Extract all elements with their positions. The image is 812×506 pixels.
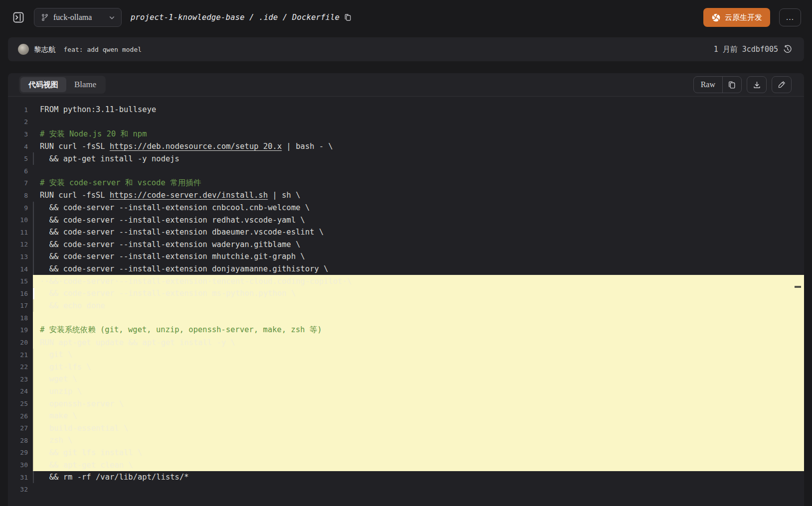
cloud-native-dev-button[interactable]: 云原生开发 <box>703 8 770 27</box>
code-line: 8RUN curl -fsSL https://code-server.dev/… <box>8 189 804 202</box>
line-content[interactable]: && code-server --install-extension mhutc… <box>33 251 804 263</box>
download-button[interactable] <box>747 76 767 93</box>
indent-guide <box>33 397 34 410</box>
line-number[interactable]: 12 <box>8 241 33 248</box>
commit-author[interactable]: 黎志航 <box>34 45 56 54</box>
line-number[interactable]: 2 <box>8 118 33 126</box>
line-content[interactable]: RUN curl -fsSL https://code-server.dev/i… <box>33 189 804 202</box>
line-content[interactable]: RUN apt-get update && apt-get install -y… <box>33 336 804 349</box>
line-number[interactable]: 26 <box>8 412 33 420</box>
line-number[interactable]: 1 <box>8 106 33 114</box>
line-content[interactable]: && apt-get clean \ <box>33 459 804 471</box>
line-content[interactable]: && git lfs install \ <box>33 447 804 459</box>
panel-toggle-icon[interactable] <box>12 11 25 24</box>
code-viewer[interactable]: 1FROM python:3.11-bullseye23# 安装 Node.js… <box>8 97 804 506</box>
top-bar: fuck-ollama project-1-knowledge-base / .… <box>0 0 812 35</box>
tab-code-view[interactable]: 代码视图 <box>20 77 66 92</box>
line-number[interactable]: 5 <box>8 155 33 162</box>
line-content[interactable] <box>33 165 804 177</box>
line-number[interactable]: 17 <box>8 302 33 309</box>
line-content[interactable] <box>33 312 804 324</box>
line-content[interactable]: # 安装 Node.js 20 和 npm <box>33 128 804 140</box>
code-text: RUN apt-get update && apt-get install -y… <box>40 338 235 347</box>
line-content[interactable]: unzip \ <box>33 385 804 398</box>
line-content[interactable]: && echo done <box>33 300 804 312</box>
line-content[interactable]: && code-server --install-extension ms-py… <box>33 287 804 300</box>
code-comment: # 安装 code-server 和 vscode 常用插件 <box>40 178 201 188</box>
copy-file-icon[interactable] <box>723 77 741 93</box>
line-number[interactable]: 24 <box>8 387 33 395</box>
line-number[interactable]: 25 <box>8 400 33 407</box>
line-number[interactable]: 32 <box>8 486 33 493</box>
line-number[interactable]: 19 <box>8 326 33 334</box>
line-content[interactable] <box>33 483 804 496</box>
history-icon[interactable] <box>783 45 792 54</box>
copy-path-icon[interactable] <box>344 13 352 21</box>
line-content[interactable]: openssh-server \ <box>33 397 804 410</box>
line-number[interactable]: 18 <box>8 314 33 322</box>
code-comment: # 安装 Node.js 20 和 npm <box>40 129 147 139</box>
line-number[interactable]: 14 <box>8 265 33 273</box>
line-number[interactable]: 27 <box>8 424 33 432</box>
line-content[interactable]: build-essential \ <box>33 422 804 434</box>
code-line: 10 && code-server --install-extension re… <box>8 214 804 226</box>
line-number[interactable]: 31 <box>8 474 33 481</box>
line-content[interactable]: git-lfs \ <box>33 361 804 373</box>
line-content[interactable]: ··&&·code-server·--install-extension·ten… <box>33 275 804 287</box>
line-content[interactable]: && code-server --install-extension redha… <box>33 214 804 226</box>
line-content[interactable]: zsh \ <box>33 434 804 447</box>
line-content[interactable]: make \ <box>33 410 804 422</box>
line-content[interactable]: git \ <box>33 349 804 361</box>
line-content[interactable]: # 安装 code-server 和 vscode 常用插件 <box>33 177 804 190</box>
line-number[interactable]: 4 <box>8 143 33 150</box>
indent-guide <box>33 300 34 312</box>
line-content[interactable]: wget \ <box>33 373 804 385</box>
line-number[interactable]: 21 <box>8 351 33 359</box>
tab-blame[interactable]: Blame <box>66 77 104 92</box>
raw-button[interactable]: Raw <box>694 77 722 93</box>
more-options-button[interactable]: … <box>779 8 801 26</box>
breadcrumb-path[interactable]: project-1-knowledge-base / .ide / Docker… <box>131 13 339 22</box>
line-number[interactable]: 15 <box>8 277 33 285</box>
code-line: 25 openssh-server \ <box>8 397 804 410</box>
line-content[interactable]: && code-server --install-extension dbaeu… <box>33 226 804 239</box>
line-content[interactable] <box>33 116 804 128</box>
line-content[interactable]: RUN curl -fsSL https://deb.nodesource.co… <box>33 140 804 153</box>
author-avatar[interactable] <box>18 44 29 55</box>
edit-button[interactable] <box>772 76 792 93</box>
line-content[interactable]: && code-server --install-extension donja… <box>33 263 804 275</box>
line-number[interactable]: 11 <box>8 229 33 236</box>
code-url-link[interactable]: https://deb.nodesource.com/setup_20.x <box>110 142 282 151</box>
code-text: && apt-get install -y nodejs <box>40 154 179 163</box>
line-number[interactable]: 3 <box>8 130 33 138</box>
line-number[interactable]: 28 <box>8 437 33 444</box>
line-number[interactable]: 10 <box>8 216 33 224</box>
line-number[interactable]: 13 <box>8 253 33 260</box>
line-number[interactable]: 23 <box>8 376 33 383</box>
commit-message[interactable]: feat: add qwen model <box>64 46 142 53</box>
pinwheel-logo-icon <box>711 13 721 22</box>
line-content[interactable]: # 安装系统依赖 (git, wget, unzip, openssh-serv… <box>33 324 804 337</box>
line-number[interactable]: 29 <box>8 449 33 456</box>
line-number[interactable]: 7 <box>8 179 33 187</box>
branch-selector[interactable]: fuck-ollama <box>34 8 122 27</box>
line-content[interactable]: && apt-get install -y nodejs <box>33 152 804 165</box>
code-text: build-essential \ <box>40 424 128 433</box>
commit-time-and-hash[interactable]: 1 月前 3cdbf005 <box>714 45 778 54</box>
line-number[interactable]: 9 <box>8 204 33 212</box>
line-number[interactable]: 30 <box>8 461 33 469</box>
line-content[interactable]: && code-server --install-extension cnbco… <box>33 202 804 214</box>
line-number[interactable]: 6 <box>8 167 33 175</box>
code-line: 7# 安装 code-server 和 vscode 常用插件 <box>8 177 804 190</box>
code-text: && code-server --install-extension mhutc… <box>40 252 305 261</box>
line-number[interactable]: 8 <box>8 192 33 199</box>
file-view-card: 代码视图 Blame Raw <box>8 73 804 506</box>
line-content[interactable]: && rm -rf /var/lib/apt/lists/* <box>33 471 804 484</box>
code-url-link[interactable]: https://code-server.dev/install.sh <box>110 191 268 200</box>
cloud-native-dev-label: 云原生开发 <box>725 13 762 22</box>
line-content[interactable]: FROM python:3.11-bullseye <box>33 104 804 116</box>
line-number[interactable]: 20 <box>8 339 33 346</box>
line-number[interactable]: 22 <box>8 363 33 371</box>
line-number[interactable]: 16 <box>8 290 33 297</box>
line-content[interactable]: && code-server --install-extension wader… <box>33 239 804 251</box>
